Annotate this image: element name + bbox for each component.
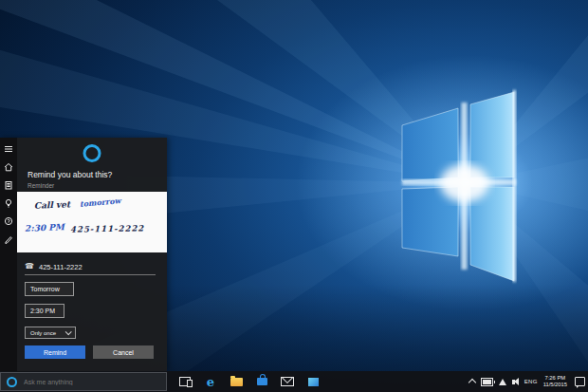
feedback-icon[interactable]: [4, 233, 14, 244]
cortana-search-icon: [7, 377, 17, 387]
action-center-icon[interactable]: [575, 377, 585, 386]
notebook-icon[interactable]: [4, 179, 14, 190]
taskbar-app-icons: e: [175, 371, 323, 392]
volume-icon[interactable]: [512, 380, 515, 384]
clock[interactable]: 7:26 PM 11/5/2015: [543, 375, 567, 388]
tray-date: 11/5/2015: [543, 382, 567, 388]
reminder-prompt-title: Remind you about this?: [28, 170, 112, 179]
task-view-button[interactable]: [175, 372, 195, 391]
cortana-content: Remind you about this? Reminder Call vet…: [17, 138, 167, 371]
ink-phone: 425-111-2222: [70, 223, 144, 233]
edge-button[interactable]: e: [200, 372, 221, 391]
ink-tomorrow: tomorrow: [80, 196, 121, 209]
file-explorer-icon: [230, 378, 243, 386]
cortana-sidebar: [0, 138, 17, 371]
handwritten-note-card: Call vet tomorrow 2:30 PM 425-111-2222: [17, 192, 167, 252]
reminders-icon[interactable]: [4, 197, 14, 208]
reminder-category-label: Reminder: [28, 182, 54, 189]
reminder-time-field[interactable]: 2:30 PM: [25, 304, 64, 318]
language-indicator[interactable]: ENG: [524, 379, 538, 384]
mail-button[interactable]: [277, 372, 298, 391]
recurrence-dropdown[interactable]: Only once: [25, 327, 76, 339]
search-input[interactable]: [22, 378, 160, 386]
taskbar: e ENG 7:26 PM 11/5/2015: [0, 371, 588, 392]
photos-button[interactable]: [303, 372, 323, 391]
phone-number-value: 425-111-2222: [39, 263, 83, 271]
home-icon[interactable]: [4, 161, 14, 172]
cortana-panel: Remind you about this? Reminder Call vet…: [0, 138, 167, 371]
phone-icon: ☎: [25, 263, 34, 271]
chevron-down-icon: [65, 328, 72, 335]
network-icon[interactable]: [499, 379, 506, 385]
store-icon: [257, 378, 267, 385]
recurrence-value: Only once: [30, 330, 56, 336]
edge-icon: e: [207, 376, 214, 388]
reminder-date-value: Tomorrow: [30, 286, 60, 292]
system-tray: ENG 7:26 PM 11/5/2015: [469, 371, 585, 392]
ink-call-vet: Call vet: [34, 199, 70, 210]
battery-icon[interactable]: [481, 378, 493, 386]
remind-button[interactable]: Remind: [25, 345, 85, 359]
chevron-up-icon[interactable]: [468, 379, 475, 386]
help-icon[interactable]: [4, 215, 14, 226]
store-button[interactable]: [251, 372, 272, 391]
desktop: Remind you about this? Reminder Call vet…: [0, 0, 588, 392]
menu-icon[interactable]: [4, 143, 14, 154]
photos-icon: [308, 378, 319, 386]
ink-time: 2:30 PM: [25, 222, 64, 233]
cortana-search-box[interactable]: [0, 372, 167, 391]
reminder-time-value: 2:30 PM: [30, 308, 55, 314]
phone-number-field[interactable]: ☎ 425-111-2222: [25, 259, 156, 275]
reminder-date-field[interactable]: Tomorrow: [25, 282, 74, 296]
cortana-logo-icon: [83, 144, 101, 162]
file-explorer-button[interactable]: [226, 372, 247, 391]
mail-icon: [281, 377, 294, 386]
tray-time: 7:26 PM: [543, 375, 567, 382]
task-view-icon: [179, 377, 191, 386]
cancel-button[interactable]: Cancel: [93, 345, 154, 359]
